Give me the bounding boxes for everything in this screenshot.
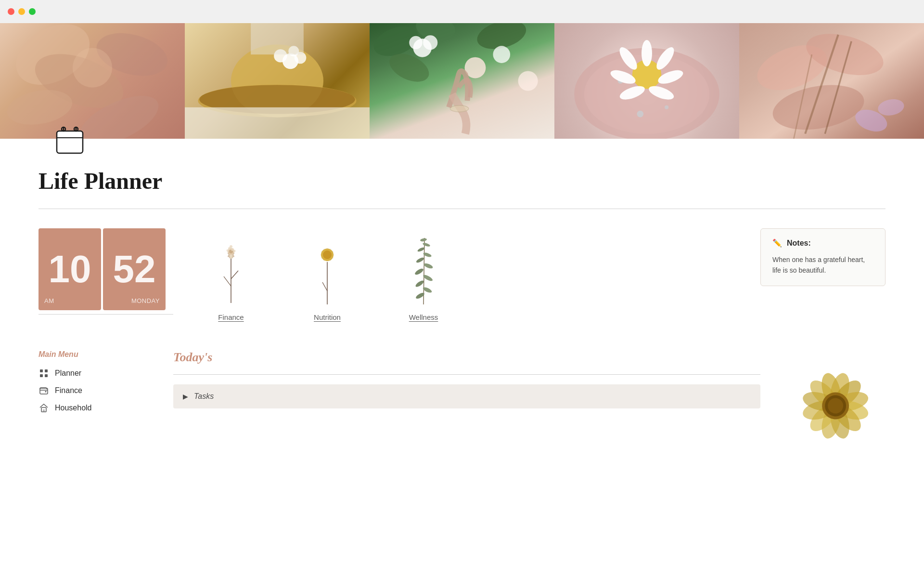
page-title: Life Planner — [38, 168, 886, 194]
decorative-flower-area — [789, 350, 886, 447]
photo-cell-4 — [554, 23, 739, 139]
svg-point-83 — [414, 267, 424, 276]
decorative-flower-icon — [789, 350, 886, 447]
wallet-icon — [38, 386, 49, 395]
svg-point-21 — [423, 35, 437, 50]
finance-label: Finance — [55, 386, 82, 395]
svg-point-32 — [642, 40, 652, 66]
titlebar — [0, 0, 924, 23]
svg-point-43 — [877, 97, 906, 118]
sidebar-item-finance[interactable]: Finance — [38, 386, 144, 395]
svg-rect-93 — [45, 374, 48, 377]
svg-point-30 — [637, 111, 643, 118]
notes-title: Notes: — [787, 239, 811, 248]
svg-rect-97 — [43, 409, 45, 412]
svg-point-29 — [665, 105, 668, 109]
todays-title: Today's — [173, 350, 760, 365]
tasks-row[interactable]: ▶ Tasks — [173, 384, 760, 408]
botanical-finance[interactable]: Finance — [212, 228, 250, 321]
nutrition-botanical-icon — [308, 228, 346, 305]
svg-rect-91 — [45, 369, 48, 372]
grid-icon — [38, 368, 49, 378]
photo-cell-5 — [739, 23, 924, 139]
title-divider — [38, 209, 886, 209]
svg-point-66 — [227, 250, 229, 252]
botanical-nutrition[interactable]: Nutrition — [308, 228, 346, 321]
svg-point-81 — [415, 279, 425, 288]
svg-point-25 — [450, 105, 468, 112]
svg-point-77 — [323, 250, 332, 259]
svg-point-85 — [415, 257, 424, 264]
sidebar-item-planner[interactable]: Planner — [38, 368, 144, 378]
svg-point-23 — [493, 46, 510, 63]
clock-divider — [38, 314, 173, 315]
wellness-link-label: Wellness — [409, 313, 438, 321]
svg-point-65 — [230, 245, 232, 248]
svg-point-89 — [420, 238, 427, 242]
nutrition-link-label: Nutrition — [314, 313, 341, 321]
svg-rect-14 — [251, 23, 304, 54]
tasks-arrow-icon: ▶ — [183, 393, 188, 400]
clock-hour-card: 10 AM — [38, 228, 101, 310]
notes-text: When one has a grateful heart, life is s… — [772, 254, 873, 276]
svg-rect-47 — [57, 131, 83, 153]
svg-point-5 — [73, 48, 112, 87]
photo-strip — [0, 23, 924, 139]
clock-day: MONDAY — [131, 297, 160, 304]
sidebar-menu: Main Menu Planner — [38, 350, 144, 447]
clock-minute-card: 52 MONDAY — [103, 228, 166, 310]
minimize-button[interactable] — [18, 8, 25, 15]
finance-botanical-icon — [212, 228, 250, 305]
clock-widget: 10 AM 52 MONDAY — [38, 228, 173, 315]
photo-cell-3 — [370, 23, 554, 139]
bottom-section: Main Menu Planner — [38, 350, 886, 447]
clock-display: 10 AM 52 MONDAY — [38, 228, 173, 310]
svg-rect-13 — [185, 107, 370, 139]
wellness-botanical-icon — [404, 228, 443, 305]
calendar-icon — [53, 124, 87, 160]
svg-line-69 — [322, 282, 327, 291]
svg-line-54 — [224, 276, 231, 286]
svg-point-24 — [518, 71, 538, 91]
svg-point-67 — [233, 250, 236, 252]
widget-row: 10 AM 52 MONDAY — [38, 228, 886, 321]
planner-label: Planner — [55, 369, 81, 378]
clock-period: AM — [44, 297, 54, 304]
clock-hour: 10 — [49, 250, 91, 289]
finance-link-label: Finance — [218, 313, 244, 321]
clock-minute: 52 — [113, 250, 156, 289]
menu-title: Main Menu — [38, 350, 144, 359]
todays-divider — [173, 374, 760, 375]
svg-point-84 — [423, 263, 434, 270]
botanical-wellness[interactable]: Wellness — [404, 228, 443, 321]
close-button[interactable] — [8, 8, 14, 15]
svg-point-95 — [45, 391, 47, 393]
tasks-label: Tasks — [194, 392, 214, 401]
sidebar-item-household[interactable]: Household — [38, 403, 144, 413]
svg-point-20 — [409, 36, 422, 49]
photo-cell-1 — [0, 23, 185, 139]
notes-header: ✏️ Notes: — [772, 238, 873, 248]
pencil-icon: ✏️ — [772, 238, 782, 248]
svg-line-55 — [231, 271, 238, 279]
main-content: Life Planner 10 AM 52 MONDAY — [0, 139, 924, 466]
photo-cell-2 — [185, 23, 370, 139]
home-icon — [38, 403, 49, 413]
botanical-links: Finance Nutrition — [212, 228, 722, 321]
svg-rect-92 — [40, 374, 43, 377]
svg-rect-90 — [40, 369, 43, 372]
notes-widget: ✏️ Notes: When one has a grateful heart,… — [760, 228, 886, 286]
maximize-button[interactable] — [29, 8, 36, 15]
household-label: Household — [55, 404, 92, 412]
main-panel: Today's ▶ Tasks — [173, 350, 760, 447]
svg-point-88 — [422, 242, 430, 248]
